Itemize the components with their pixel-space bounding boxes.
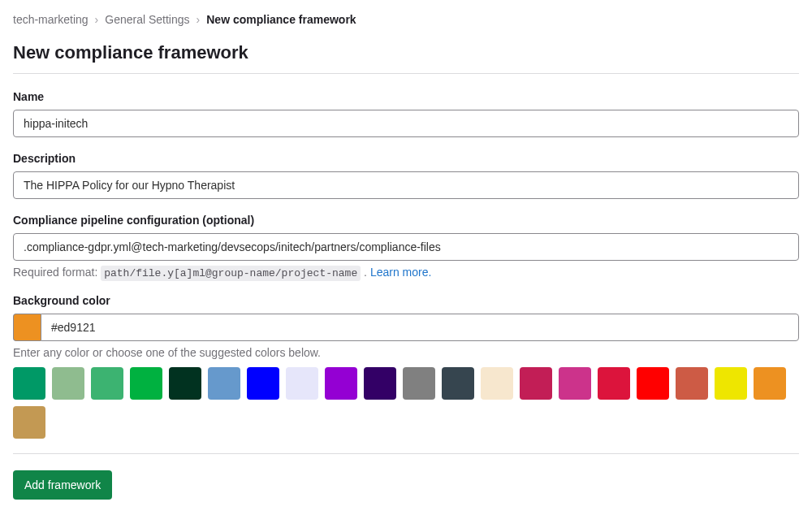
pipeline-help-text: Required format: path/file.y[a]ml@group-… [13, 266, 799, 279]
add-framework-button[interactable]: Add framework [13, 470, 112, 500]
color-swatch[interactable] [208, 367, 240, 400]
submit-section: Add framework [13, 470, 799, 500]
color-swatch[interactable] [325, 367, 357, 400]
color-swatch[interactable] [637, 367, 669, 400]
breadcrumb-item-current: New compliance framework [206, 13, 356, 26]
color-swatch[interactable] [676, 367, 708, 400]
name-label: Name [13, 90, 799, 103]
color-swatch[interactable] [130, 367, 162, 400]
divider [13, 73, 799, 74]
learn-more-link[interactable]: Learn more. [370, 266, 431, 279]
pipeline-help-prefix: Required format: [13, 266, 101, 279]
divider [13, 453, 799, 454]
color-swatches [13, 367, 799, 439]
color-swatch[interactable] [598, 367, 630, 400]
pipeline-help-code: path/file.y[a]ml@group-name/project-name [101, 266, 361, 281]
breadcrumb: tech-marketing › General Settings › New … [13, 13, 799, 26]
chevron-right-icon: › [197, 13, 201, 26]
color-swatch[interactable] [403, 367, 435, 400]
pipeline-input[interactable] [13, 233, 799, 261]
color-swatch[interactable] [286, 367, 318, 400]
pipeline-help-suffix: . [361, 266, 370, 279]
color-input-row [13, 314, 799, 341]
color-swatch[interactable] [715, 367, 747, 400]
color-swatch[interactable] [247, 367, 279, 400]
color-swatch[interactable] [520, 367, 552, 400]
color-swatch[interactable] [13, 406, 45, 439]
color-swatch[interactable] [91, 367, 123, 400]
pipeline-field-group: Compliance pipeline configuration (optio… [13, 214, 799, 279]
color-help-text: Enter any color or choose one of the sug… [13, 346, 799, 359]
color-swatch[interactable] [169, 367, 201, 400]
breadcrumb-item-settings[interactable]: General Settings [105, 13, 189, 26]
breadcrumb-item-group[interactable]: tech-marketing [13, 13, 89, 26]
color-swatch[interactable] [13, 367, 45, 400]
page-title: New compliance framework [13, 42, 799, 63]
description-label: Description [13, 152, 799, 165]
chevron-right-icon: › [95, 13, 99, 26]
color-input[interactable] [41, 314, 799, 341]
description-input[interactable] [13, 171, 799, 199]
color-field-group: Background color Enter any color or choo… [13, 294, 799, 439]
color-swatch[interactable] [754, 367, 786, 400]
color-swatch[interactable] [442, 367, 474, 400]
color-label: Background color [13, 294, 799, 307]
name-field-group: Name [13, 90, 799, 137]
color-swatch-preview [13, 314, 41, 341]
name-input[interactable] [13, 110, 799, 137]
description-field-group: Description [13, 152, 799, 199]
pipeline-label: Compliance pipeline configuration (optio… [13, 214, 799, 227]
color-swatch[interactable] [364, 367, 396, 400]
color-swatch[interactable] [559, 367, 591, 400]
color-swatch[interactable] [481, 367, 513, 400]
color-swatch[interactable] [52, 367, 84, 400]
